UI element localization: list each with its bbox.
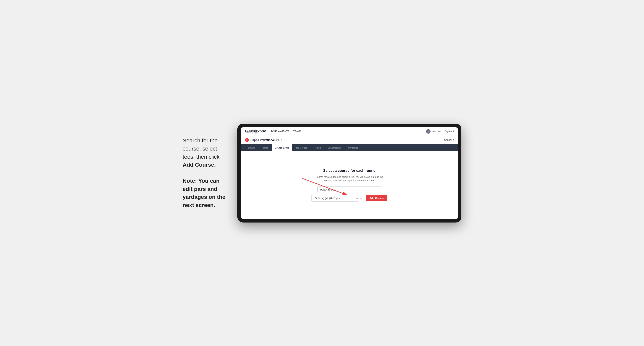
nav-links: TOURNAMENTS TEAMS [271,130,302,133]
tournament-gender: (Men) [276,139,282,141]
tournament-icon: C [245,138,249,142]
nav-separator: | [443,130,444,133]
annotation-line1: Search for the [182,137,226,145]
brand-sub: Powered by clippd [245,132,266,134]
annotation-line4: Add Course. [182,161,226,169]
cancel-button[interactable]: Cancel × [444,139,454,141]
annotation-block: Search for the course, select tees, then… [182,137,226,209]
annotation-line2: course, select [182,145,226,153]
tab-teams[interactable]: Teams [258,144,271,151]
user-avatar: T [426,129,430,134]
brand: SCOREBOARD Powered by clippd [245,129,266,134]
annotation-note3: yardages on the [182,193,226,201]
content-description: Search for a course and select a tee. Yo… [312,175,387,182]
search-input-container [312,186,387,193]
tablet: SCOREBOARD Powered by clippd TOURNAMENTS… [237,124,462,222]
tee-clear-icons: × ⌄ [360,197,364,200]
annotation-note1: Note: You can [182,177,226,185]
annotation-note2: edit pars and [182,185,226,193]
nav-right: T Test User | Sign out [426,129,454,134]
page-wrapper: Search for the course, select tees, then… [182,124,462,222]
tab-nav: Details Teams Course Setup Tee Groups Re… [241,144,458,151]
tee-selector-row: Gold (M) (M) (7010 yds) × ⌄ Add Course [312,195,387,202]
add-course-button[interactable]: Add Course [366,195,387,201]
nav-teams[interactable]: TEAMS [293,130,301,133]
tablet-screen: SCOREBOARD Powered by clippd TOURNAMENTS… [241,127,458,219]
tab-printables[interactable]: Printables [345,144,361,151]
tab-details[interactable]: Details [245,144,258,151]
tournament-name: Clippd Invitational [250,138,274,142]
main-content: Select a course for each round Search fo… [241,151,458,219]
content-title: Select a course for each round [312,169,387,173]
tab-leaderboards[interactable]: Leaderboards [325,144,345,151]
course-search-input[interactable] [318,186,381,193]
device-container: SCOREBOARD Powered by clippd TOURNAMENTS… [237,124,462,222]
tournament-header: C Clippd Invitational (Men) Cancel × [241,136,458,144]
tab-tee-groups[interactable]: Tee Groups [292,144,310,151]
sign-out-link[interactable]: Sign out [445,130,454,133]
annotation-line3: tees, then click [182,153,226,161]
user-name: Test User [432,130,441,133]
tab-results[interactable]: Results [311,144,324,151]
nav-left: SCOREBOARD Powered by clippd TOURNAMENTS… [245,129,302,134]
clear-icon[interactable]: × [360,197,362,200]
brand-title: SCOREBOARD [245,129,266,132]
top-nav: SCOREBOARD Powered by clippd TOURNAMENTS… [241,127,458,136]
tab-course-setup[interactable]: Course Setup [272,144,292,151]
chevron-icon[interactable]: ⌄ [362,197,364,200]
annotation-note4: next screen. [182,201,226,209]
tee-select[interactable]: Gold (M) (M) (7010 yds) [312,195,359,202]
content-box: Select a course for each round Search fo… [312,169,387,202]
nav-tournaments[interactable]: TOURNAMENTS [271,130,289,133]
tournament-title: C Clippd Invitational (Men) [245,138,282,142]
